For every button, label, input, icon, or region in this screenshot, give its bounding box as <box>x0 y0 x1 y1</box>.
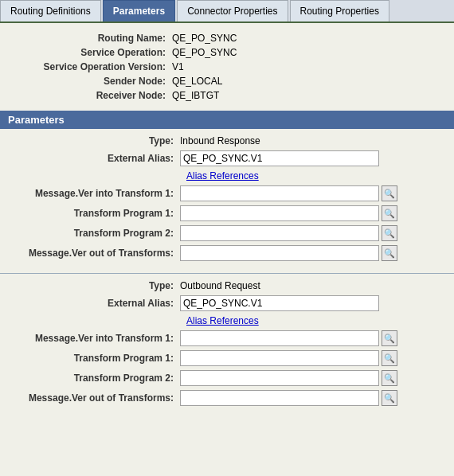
sender-node-row: Sender Node: QE_LOCAL <box>13 76 441 87</box>
service-operation-version-value: V1 <box>172 61 184 72</box>
type-label-2: Type: <box>13 280 180 291</box>
msg-ver-out-label-2: Message.Ver out of Transforms: <box>13 392 180 404</box>
transform-program2-wrap-2: 🔍 <box>180 370 397 386</box>
msg-ver-transform1-search-2[interactable]: 🔍 <box>382 330 397 346</box>
sender-node-label: Sender Node: <box>13 76 172 87</box>
msg-ver-out-row-2: Message.Ver out of Transforms: 🔍 <box>13 390 441 406</box>
type-row-2: Type: Outbound Request <box>13 280 441 291</box>
service-operation-label: Service Operation: <box>13 47 172 58</box>
parameters-header: Parameters <box>0 111 454 129</box>
main-content: Routing Name: QE_PO_SYNC Service Operati… <box>0 23 454 424</box>
transform-program2-input-1[interactable] <box>180 225 379 241</box>
transform-program2-row-1: Transform Program 2: 🔍 <box>13 225 441 241</box>
external-alias-label-1: External Alias: <box>13 153 180 164</box>
info-section: Routing Name: QE_PO_SYNC Service Operati… <box>0 29 454 111</box>
type-label-1: Type: <box>13 135 180 146</box>
msg-ver-transform1-row-2: Message.Ver into Transform 1: 🔍 <box>13 330 441 346</box>
transform-program2-search-1[interactable]: 🔍 <box>382 225 397 241</box>
transform-program1-wrap-2: 🔍 <box>180 350 397 366</box>
param-block-2: Type: Outbound Request External Alias: A… <box>0 274 454 418</box>
msg-ver-out-wrap-1: 🔍 <box>180 245 397 261</box>
external-alias-label-2: External Alias: <box>13 298 180 309</box>
transform-program1-input-1[interactable] <box>180 205 379 221</box>
alias-references-link-1[interactable]: Alias References <box>186 170 259 181</box>
msg-ver-transform1-label-2: Message.Ver into Transform 1: <box>13 333 180 344</box>
transform-program2-row-2: Transform Program 2: 🔍 <box>13 370 441 386</box>
tab-connector-properties[interactable]: Connector Properties <box>177 0 288 21</box>
transform-program1-wrap-1: 🔍 <box>180 205 397 221</box>
transform-program1-row-2: Transform Program 1: 🔍 <box>13 350 441 366</box>
transform-program1-search-2[interactable]: 🔍 <box>382 350 397 366</box>
service-operation-row: Service Operation: QE_PO_SYNC <box>13 47 441 58</box>
msg-ver-transform1-wrap-2: 🔍 <box>180 330 397 346</box>
routing-name-row: Routing Name: QE_PO_SYNC <box>13 33 441 44</box>
alias-references-link-2[interactable]: Alias References <box>186 315 259 326</box>
msg-ver-out-input-2[interactable] <box>180 390 379 406</box>
receiver-node-value: QE_IBTGT <box>172 90 219 101</box>
msg-ver-out-search-2[interactable]: 🔍 <box>382 390 397 406</box>
transform-program2-search-2[interactable]: 🔍 <box>382 370 397 386</box>
msg-ver-out-input-1[interactable] <box>180 245 379 261</box>
param-block-1: Type: Inbound Response External Alias: A… <box>0 129 454 274</box>
receiver-node-row: Receiver Node: QE_IBTGT <box>13 90 441 101</box>
routing-name-value: QE_PO_SYNC <box>172 33 237 44</box>
transform-program1-row-1: Transform Program 1: 🔍 <box>13 205 441 221</box>
sender-node-value: QE_LOCAL <box>172 76 222 87</box>
msg-ver-out-search-1[interactable]: 🔍 <box>382 245 397 261</box>
alias-link-row-1: Alias References <box>13 170 441 181</box>
external-alias-input-1[interactable] <box>180 150 379 166</box>
transform-program1-label-1: Transform Program 1: <box>13 208 180 219</box>
alias-link-row-2: Alias References <box>13 315 441 326</box>
routing-name-label: Routing Name: <box>13 33 172 44</box>
service-operation-version-label: Service Operation Version: <box>13 61 172 72</box>
type-value-1: Inbound Response <box>180 135 260 146</box>
msg-ver-transform1-input-2[interactable] <box>180 330 379 346</box>
receiver-node-label: Receiver Node: <box>13 90 172 101</box>
service-operation-value: QE_PO_SYNC <box>172 47 237 58</box>
msg-ver-transform1-search-1[interactable]: 🔍 <box>382 185 397 201</box>
external-alias-input-wrap-1 <box>180 150 379 166</box>
msg-ver-transform1-row-1: Message.Ver into Transform 1: 🔍 <box>13 185 441 201</box>
external-alias-input-2[interactable] <box>180 295 379 311</box>
tab-routing-properties[interactable]: Routing Properties <box>290 0 389 21</box>
external-alias-input-wrap-2 <box>180 295 379 311</box>
msg-ver-out-label-1: Message.Ver out of Transforms: <box>13 248 180 259</box>
tab-parameters[interactable]: Parameters <box>103 0 175 21</box>
transform-program2-wrap-1: 🔍 <box>180 225 397 241</box>
type-row-1: Type: Inbound Response <box>13 135 441 146</box>
type-value-2: Outbound Request <box>180 280 260 291</box>
msg-ver-out-row-1: Message.Ver out of Transforms: 🔍 <box>13 245 441 261</box>
external-alias-row-1: External Alias: <box>13 150 441 166</box>
transform-program1-search-1[interactable]: 🔍 <box>382 205 397 221</box>
service-operation-version-row: Service Operation Version: V1 <box>13 61 441 72</box>
tab-routing-definitions[interactable]: Routing Definitions <box>0 0 101 21</box>
msg-ver-out-wrap-2: 🔍 <box>180 390 397 406</box>
external-alias-row-2: External Alias: <box>13 295 441 311</box>
tab-bar: Routing Definitions Parameters Connector… <box>0 0 454 23</box>
transform-program2-label-2: Transform Program 2: <box>13 373 180 384</box>
transform-program1-label-2: Transform Program 1: <box>13 353 180 364</box>
msg-ver-transform1-label-1: Message.Ver into Transform 1: <box>13 188 180 199</box>
msg-ver-transform1-wrap-1: 🔍 <box>180 185 397 201</box>
transform-program2-label-1: Transform Program 2: <box>13 228 180 239</box>
transform-program1-input-2[interactable] <box>180 350 379 366</box>
transform-program2-input-2[interactable] <box>180 370 379 386</box>
msg-ver-transform1-input-1[interactable] <box>180 185 379 201</box>
